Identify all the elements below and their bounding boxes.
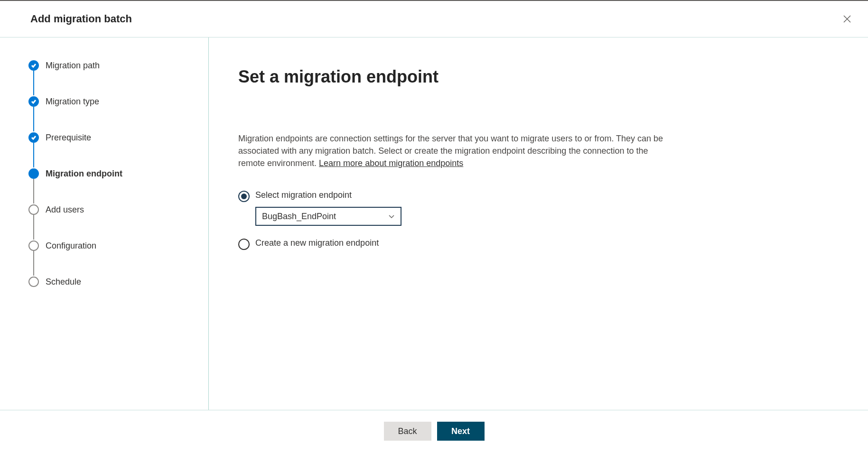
step-migration-path[interactable]: Migration path — [28, 60, 193, 96]
step-label: Migration path — [46, 61, 100, 70]
checkmark-icon — [28, 132, 39, 143]
wizard-steps-sidebar: Migration path Migration type Prerequisi… — [0, 37, 209, 410]
step-migration-endpoint[interactable]: Migration endpoint — [28, 168, 193, 204]
step-migration-type[interactable]: Migration type — [28, 96, 193, 132]
dropdown-selected-value: BugBash_EndPoint — [262, 212, 336, 222]
close-button[interactable] — [840, 11, 855, 27]
pending-step-icon — [28, 204, 39, 215]
step-connector — [33, 143, 34, 167]
radio-create-label: Create a new migration endpoint — [255, 238, 379, 248]
step-connector — [33, 179, 34, 203]
panel-header: Add migration batch — [0, 1, 868, 37]
content-area: Set a migration endpoint Migration endpo… — [209, 37, 868, 410]
learn-more-link[interactable]: Learn more about migration endpoints — [319, 158, 463, 168]
checkmark-icon — [28, 96, 39, 107]
radio-dot-icon — [241, 194, 247, 199]
step-connector — [33, 215, 34, 240]
checkmark-icon — [28, 60, 39, 71]
close-icon — [843, 15, 851, 23]
step-configuration[interactable]: Configuration — [28, 240, 193, 277]
add-migration-batch-panel: Add migration batch Migration path — [0, 1, 868, 453]
radio-select-content: Select migration endpoint BugBash_EndPoi… — [255, 190, 401, 226]
radio-select-existing[interactable]: Select migration endpoint BugBash_EndPoi… — [238, 190, 822, 226]
panel-footer: Back Next — [0, 410, 868, 453]
step-label: Add users — [46, 205, 84, 214]
current-step-icon — [28, 168, 39, 179]
step-label: Migration endpoint — [46, 169, 122, 178]
step-connector — [33, 251, 34, 276]
content-description: Migration endpoints are connection setti… — [238, 132, 675, 169]
next-button[interactable]: Next — [437, 422, 485, 441]
step-prerequisite[interactable]: Prerequisite — [28, 132, 193, 168]
step-label: Prerequisite — [46, 133, 91, 142]
panel-title: Add migration batch — [30, 13, 132, 25]
step-connector — [33, 107, 34, 131]
step-schedule[interactable]: Schedule — [28, 277, 193, 287]
step-label: Migration type — [46, 97, 99, 106]
radio-button-icon — [238, 191, 250, 202]
step-label: Schedule — [46, 277, 81, 287]
content-title: Set a migration endpoint — [238, 67, 822, 87]
endpoint-choice-group: Select migration endpoint BugBash_EndPoi… — [238, 190, 822, 250]
radio-button-icon — [238, 239, 250, 250]
chevron-down-icon — [388, 213, 395, 220]
step-list: Migration path Migration type Prerequisi… — [28, 60, 193, 287]
step-connector — [33, 71, 34, 95]
step-label: Configuration — [46, 241, 96, 250]
step-add-users[interactable]: Add users — [28, 204, 193, 240]
radio-create-new[interactable]: Create a new migration endpoint — [238, 238, 822, 250]
pending-step-icon — [28, 240, 39, 251]
radio-select-label: Select migration endpoint — [255, 190, 401, 200]
back-button[interactable]: Back — [384, 422, 431, 441]
migration-endpoint-dropdown[interactable]: BugBash_EndPoint — [255, 207, 401, 226]
pending-step-icon — [28, 277, 39, 287]
panel-body: Migration path Migration type Prerequisi… — [0, 37, 868, 410]
